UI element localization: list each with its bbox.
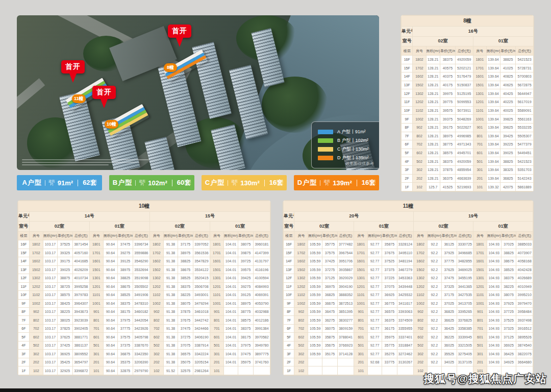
table-row: 5F602105.5935875378804160192.77359753337… — [284, 333, 533, 341]
cell-unit-price: 35425 — [57, 358, 72, 366]
cell-area: 92.2 — [428, 240, 442, 249]
cell-room-no: 801 — [210, 316, 223, 324]
cell-total-price: 3493001 — [193, 291, 210, 299]
room-number: 02室 — [149, 222, 210, 232]
cell-total-price: 4100594 — [254, 274, 270, 282]
cell-floor: 7F — [402, 132, 413, 140]
table-title: 11幢 — [284, 201, 533, 212]
cell-room-no: 802 — [149, 316, 163, 324]
cell-area: 92.2 — [428, 299, 442, 307]
cell-area: 104.93 — [487, 358, 501, 366]
table-row: 4F502128.21383754920059501139.6438825542… — [402, 157, 534, 166]
cell-room-no: 1502 — [149, 265, 163, 274]
table-row: 12F1302128.213997551251951301139.6440425… — [402, 89, 534, 98]
cell-unit-price: 33775 — [382, 358, 397, 366]
first-launch-pin-8: 首开 — [168, 24, 191, 38]
cell-area: 103.17 — [43, 307, 57, 315]
cell-total-price: 4010734 — [72, 274, 89, 282]
cell-unit-price: 37125 — [501, 333, 516, 341]
cell-total-price: 3275405 — [457, 350, 473, 358]
cell-room-no: 201 — [473, 174, 486, 183]
cell-total-price: 5202121 — [455, 64, 473, 72]
cell-unit-price: 38675 — [178, 265, 193, 274]
room-number: 01室 — [473, 222, 533, 232]
cell-unit-price: 36475 — [322, 307, 338, 315]
cell-room-no: 202 — [29, 358, 43, 366]
table-row: 16F1802128.213837549200591801139.6438825… — [402, 55, 534, 64]
cell-unit-price: 36625 — [441, 316, 457, 324]
cell-area: 91.38 — [163, 350, 178, 358]
table-row: 14F1602128.214037551764791601139.6440825… — [402, 72, 534, 81]
table-title: 10幢 — [18, 201, 270, 212]
cell-total-price: 4058168 — [516, 257, 533, 265]
cell-total-price: 3272462 — [397, 350, 413, 358]
cell-unit-price: 39775 — [440, 98, 455, 107]
legend-label: A 户型丨91m² — [337, 129, 366, 135]
cell-unit-price: 38375 — [178, 282, 193, 290]
cell-room-no: 301 — [473, 166, 486, 175]
cell-total-price: 4855954 — [455, 166, 473, 175]
cell-unit-price: 38425 — [57, 299, 72, 307]
cell-unit-price: 35075 — [178, 358, 193, 366]
cell-total-price: 3130267 — [397, 358, 413, 366]
cell-room-no: 1601 — [473, 257, 487, 265]
cell-unit-price: 37425 — [57, 341, 72, 349]
cell-area: 128.21 — [426, 81, 440, 89]
column-header: 总价(元) — [193, 231, 210, 240]
cell-area: 105.59 — [308, 341, 322, 349]
cell-total-price: 3830277 — [337, 316, 354, 324]
cell-unit-price: 38225 — [57, 307, 72, 315]
cell-unit-price: 37875 — [178, 307, 193, 315]
unit-number: 14号 — [29, 211, 149, 222]
cell-floor: 8F — [18, 307, 30, 315]
cell-total-price: 3491906 — [133, 291, 150, 299]
cell-total-price: 5449451 — [516, 149, 534, 157]
cell-area: 103.17 — [43, 257, 57, 265]
cell-area: 90.64 — [103, 265, 117, 274]
cell-area: 92.77 — [368, 324, 382, 332]
cell-room-no: 702 — [414, 324, 428, 332]
cell-total-price: 3441365 — [457, 282, 473, 290]
cell-floor: 4F — [18, 341, 30, 349]
cell-unit-price: 36575 — [382, 307, 397, 315]
cell-area: 92.77 — [368, 282, 382, 290]
cell-unit-price: 39425 — [500, 132, 516, 140]
cell-unit-price: 38575 — [238, 316, 254, 324]
cell-total-price: 3395265 — [457, 307, 473, 315]
cell-unit-price: 38525 — [178, 274, 193, 282]
cell-room-no: 902 — [413, 123, 426, 132]
cell-room-no: 1101 — [473, 106, 486, 115]
banner-type-a: A户型 建面约 91m² 62套 — [17, 175, 102, 190]
cell-room-no: 302 — [294, 350, 308, 358]
cell-room-no: 1001 — [473, 299, 487, 307]
cell-room-no: 1801 — [89, 240, 103, 249]
cell-room-no: 1602 — [29, 257, 43, 265]
cell-unit-price: 35975 — [382, 333, 397, 341]
cell-total-price: 3964307 — [72, 299, 89, 307]
cell-room-no: 1201 — [473, 98, 486, 107]
cell-room-no: 1802 — [413, 55, 426, 64]
watermark: 搜狐号@搜狐焦点广安站 — [424, 372, 547, 386]
cell-floor: 13F — [402, 81, 413, 89]
cell-room-no: 201 — [210, 358, 223, 366]
cell-area: 90.64 — [103, 282, 117, 290]
cell-room-no: 301 — [89, 350, 103, 358]
cell-room-no: 801 — [473, 132, 486, 140]
cell-total-price: 3897775 — [254, 350, 270, 358]
cell-total-price: 3885033 — [516, 240, 533, 249]
cell-unit-price: 38825 — [117, 274, 133, 282]
cell-total-price: 3888352 — [337, 291, 354, 299]
cell-floor: 15F — [402, 64, 413, 72]
cell-unit-price: 37575 — [117, 333, 133, 341]
cell-total-price — [254, 366, 270, 375]
cell-unit-price: 39875 — [238, 249, 254, 257]
cell-area: 105.59 — [308, 249, 322, 257]
table-row: 10F1102105.59368253888352110192.77369253… — [284, 291, 533, 299]
cell-unit-price: 37925 — [441, 249, 457, 257]
cell-floor: 11F — [402, 98, 413, 107]
table-title: 8幢 — [402, 16, 534, 27]
cell-unit-price: 37075 — [178, 341, 193, 349]
cell-total-price: 3937498 — [516, 316, 533, 324]
column-header: 总价(元) — [133, 231, 150, 240]
table-row: 12F1302105.59371253920029130192.77372253… — [284, 274, 533, 282]
